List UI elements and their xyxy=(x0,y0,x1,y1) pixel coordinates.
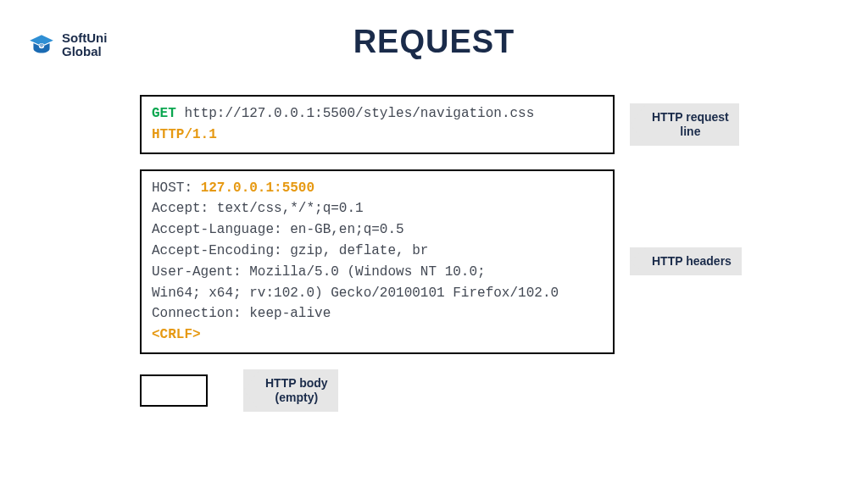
host-key: HOST: xyxy=(152,180,192,196)
body-row: HTTP body (empty) xyxy=(140,369,750,412)
request-url: http://127.0.0.1:5500/styles/navigation.… xyxy=(184,106,534,121)
headers-box: HOST: 127.0.0.1:5500 Accept: text/css,*/… xyxy=(140,169,615,354)
crlf-marker: <CRLF> xyxy=(152,324,603,346)
header-line: User-Agent: Mozilla/5.0 (Windows NT 10.0… xyxy=(152,262,603,283)
body-box xyxy=(140,374,208,407)
request-line-row: GET http://127.0.0.1:5500/styles/navigat… xyxy=(140,95,750,154)
request-method: GET xyxy=(152,106,176,121)
host-value: 127.0.0.1:5500 xyxy=(201,180,314,196)
header-line: Accept: text/css,*/*;q=0.1 xyxy=(152,198,603,219)
header-line: Connection: keep-alive xyxy=(152,303,603,324)
svg-marker-3 xyxy=(243,369,260,412)
headers-row: HOST: 127.0.0.1:5500 Accept: text/css,*/… xyxy=(140,169,750,354)
header-line: Win64; x64; rv:102.0) Gecko/20100101 Fir… xyxy=(152,283,603,304)
headers-label: HTTP headers xyxy=(652,254,732,269)
body-label-arrow: HTTP body (empty) xyxy=(243,369,338,412)
header-line: Accept-Language: en-GB,en;q=0.5 xyxy=(152,219,603,241)
page-title: REQUEST xyxy=(0,24,868,60)
request-line-box: GET http://127.0.0.1:5500/styles/navigat… xyxy=(140,95,615,154)
request-line-label: HTTP request line xyxy=(652,110,729,139)
http-request-diagram: GET http://127.0.0.1:5500/styles/navigat… xyxy=(140,95,750,427)
request-protocol: HTTP/1.1 xyxy=(152,127,217,142)
request-line-label-arrow: HTTP request line xyxy=(630,103,739,146)
body-label: HTTP body (empty) xyxy=(265,376,328,405)
svg-marker-1 xyxy=(630,103,647,146)
svg-marker-2 xyxy=(630,247,647,275)
headers-label-arrow: HTTP headers xyxy=(630,247,742,275)
header-line: Accept-Encoding: gzip, deflate, br xyxy=(152,241,603,262)
